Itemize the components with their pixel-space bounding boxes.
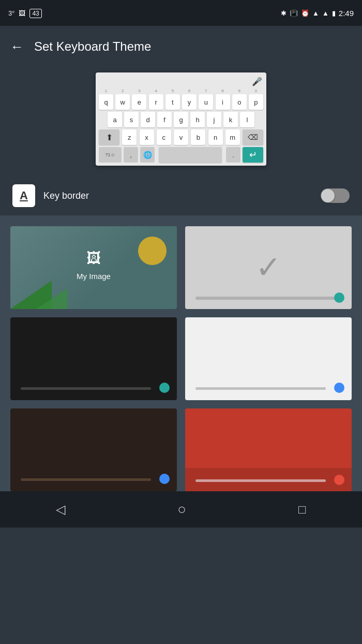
key-enter[interactable]: ↵ — [243, 147, 263, 163]
dot-indicator — [334, 383, 344, 393]
dot-indicator — [159, 474, 170, 484]
bottom-bar-decor — [195, 387, 326, 390]
key-t[interactable]: t — [165, 94, 180, 110]
key-i[interactable]: i — [216, 94, 230, 110]
keyboard-preview: 🎤 1 2 3 4 5 6 7 8 9 0 q w e r t y u i o … — [96, 72, 266, 166]
alarm-icon: ⏰ — [301, 9, 309, 17]
kb-row-2: a s d f g h j k l — [99, 112, 263, 127]
theme-card-my-image[interactable]: 🖼 My Image — [10, 226, 177, 309]
kb-bottom-row: ?1☺ , 🌐 . ↵ — [99, 147, 263, 163]
key-z[interactable]: z — [122, 129, 137, 145]
temperature: 3° — [8, 9, 14, 17]
bottom-bar-decor — [195, 479, 326, 482]
key-backspace[interactable]: ⌫ — [243, 129, 263, 145]
theme-card-light[interactable] — [185, 317, 352, 400]
status-left: 3° 🖼 43 — [8, 9, 42, 17]
time: 2:49 — [339, 9, 354, 18]
photo-icon: 🖼 — [19, 9, 25, 17]
kb-number-row: 1 2 3 4 5 6 7 8 9 0 — [99, 89, 263, 93]
nav-recents-button[interactable]: □ — [298, 502, 306, 517]
key-m[interactable]: m — [225, 129, 240, 145]
theme-card-dark2[interactable] — [10, 408, 177, 491]
battery-num: 43 — [29, 9, 41, 17]
kb-row-1: q w e r t y u i o p — [99, 94, 263, 110]
theme-card-selected[interactable]: ✓ — [185, 226, 352, 309]
checkmark-icon: ✓ — [255, 252, 281, 283]
mic-icon: 🎤 — [252, 77, 262, 86]
key-v[interactable]: v — [174, 129, 188, 145]
key-r[interactable]: r — [149, 94, 163, 110]
key-l[interactable]: l — [240, 112, 254, 127]
key-h[interactable]: h — [190, 112, 205, 127]
bluetooth-icon: ✱ — [281, 9, 286, 17]
page-title: Set Keyboard Theme — [34, 39, 151, 54]
key-q[interactable]: q — [99, 94, 113, 110]
key-border-icon: A — [12, 184, 35, 207]
key-comma[interactable]: , — [124, 147, 138, 163]
battery-icon: ▮ — [332, 9, 336, 17]
nav-bar: ◁ ○ □ — [0, 491, 362, 528]
key-d[interactable]: d — [141, 112, 155, 127]
key-a[interactable]: a — [108, 112, 122, 127]
key-symbols[interactable]: ?1☺ — [99, 147, 122, 163]
status-bar: 3° 🖼 43 ✱ 📳 ⏰ ▲ ▲ ▮ 2:49 — [0, 0, 362, 26]
theme-grid-area: 🖼 My Image ✓ — [0, 216, 362, 491]
bottom-bar-decor — [195, 297, 336, 300]
key-period[interactable]: . — [226, 147, 240, 163]
nav-home-button[interactable]: ○ — [177, 501, 186, 518]
theme-grid: 🖼 My Image ✓ — [10, 226, 352, 491]
key-border-toggle[interactable] — [321, 188, 350, 203]
key-s[interactable]: s — [124, 112, 139, 127]
key-c[interactable]: c — [157, 129, 171, 145]
key-o[interactable]: o — [232, 94, 247, 110]
signal-icon: ▲ — [322, 9, 329, 17]
nav-back-button[interactable]: ◁ — [56, 502, 65, 517]
dot-indicator — [334, 292, 344, 303]
key-shift[interactable]: ⬆ — [99, 129, 119, 145]
yellow-circle-decor — [138, 237, 167, 265]
key-f[interactable]: f — [157, 112, 172, 127]
image-icon: 🖼 — [86, 250, 101, 267]
dot-indicator — [159, 383, 170, 393]
key-e[interactable]: e — [132, 94, 146, 110]
toggle-knob — [321, 189, 335, 202]
key-space[interactable] — [159, 147, 222, 163]
key-border-label: Key border — [43, 191, 312, 201]
kb-row-3: ⬆ z x c v b n m ⌫ — [99, 129, 263, 145]
key-u[interactable]: u — [199, 94, 213, 110]
key-g[interactable]: g — [174, 112, 188, 127]
key-x[interactable]: x — [140, 129, 154, 145]
theme-card-red[interactable] — [185, 408, 352, 491]
key-globe[interactable]: 🌐 — [140, 147, 155, 163]
theme-card-dark[interactable] — [10, 317, 177, 400]
key-k[interactable]: k — [223, 112, 238, 127]
triangle-right-decor — [36, 288, 67, 309]
vibrate-icon: 📳 — [290, 9, 298, 17]
key-b[interactable]: b — [191, 129, 205, 145]
kb-top-row: 🎤 — [99, 77, 263, 86]
key-j[interactable]: j — [207, 112, 221, 127]
bottom-bar-decor — [21, 478, 151, 481]
dot-indicator — [334, 475, 344, 485]
keyboard-preview-area: 🎤 1 2 3 4 5 6 7 8 9 0 q w e r t y u i o … — [0, 67, 362, 176]
my-image-label: My Image — [10, 272, 177, 281]
key-n[interactable]: n — [208, 129, 223, 145]
key-p[interactable]: p — [249, 94, 263, 110]
wifi-icon: ▲ — [312, 9, 319, 17]
status-right: ✱ 📳 ⏰ ▲ ▲ ▮ 2:49 — [281, 9, 354, 18]
top-bar: ← Set Keyboard Theme — [0, 26, 362, 67]
bottom-bar-decor — [21, 387, 151, 390]
key-border-row: A Key border — [0, 176, 362, 216]
key-w[interactable]: w — [115, 94, 130, 110]
back-button[interactable]: ← — [10, 39, 24, 55]
key-y[interactable]: y — [182, 94, 197, 110]
